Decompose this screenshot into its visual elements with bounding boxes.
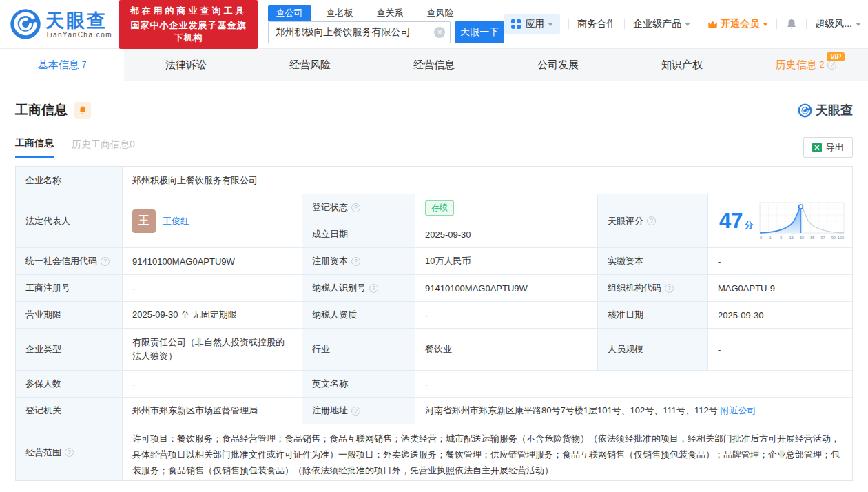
search-button[interactable]: 天眼一下 (455, 21, 504, 43)
search-tab-boss[interactable]: 查老板 (318, 5, 362, 21)
question-circle-icon[interactable]: ? (369, 284, 378, 293)
tianyancha-swirl-icon (798, 103, 812, 118)
slogan-badge: 都在用的商业查询工具 国家中小企业发展子基金旗下机构 (119, 0, 257, 49)
logo-brand: 天眼查 (45, 10, 112, 31)
approval-date-value: 2025-09-30 (708, 302, 852, 329)
status-badge: 存续 (425, 200, 454, 216)
score-marker (799, 205, 803, 209)
question-circle-icon[interactable]: ? (647, 216, 656, 225)
svg-text:3: 3 (780, 236, 782, 240)
search-tab-risk[interactable]: 查风险 (419, 5, 462, 21)
nearby-companies-link[interactable]: 附近公司 (720, 404, 756, 417)
caret-down-icon (685, 23, 690, 26)
field-label: 天眼评分? (598, 194, 708, 248)
tab-count: 7 (82, 60, 87, 70)
logo-domain: TianYanCha.com (45, 31, 112, 39)
search-area: 查公司 查老板 查关系 查风险 × 天眼一下 (268, 5, 505, 43)
field-label: 法定代表人 (16, 194, 123, 248)
reg-authority-value: 郑州市郑东新区市场监督管理局 (123, 398, 302, 424)
tab-intellectual-property[interactable]: 知识产权 (620, 49, 744, 81)
tianyancha-swirl-icon (10, 8, 41, 40)
subscribe-bell-icon[interactable] (74, 102, 91, 119)
taxpayer-id-value: 91410100MAG0APTU9W (415, 275, 598, 302)
tab-basic-info[interactable]: 基本信息7 (0, 49, 124, 81)
paid-capital-value: - (708, 248, 852, 275)
field-label: 企业类型 (16, 329, 123, 371)
watermark-logo: 天眼查 (798, 102, 853, 119)
tab-company-development[interactable]: 公司发展 (496, 49, 620, 81)
caret-down-icon (856, 23, 861, 26)
subtab-business-info[interactable]: 工商信息 (15, 137, 54, 158)
subtab-history-business-info[interactable]: 历史工商信息0 (72, 139, 135, 158)
company-nav-tabs: 基本信息7 法律诉讼 经营风险 经营信息 公司发展 知识产权 VIP 历史信息 … (0, 49, 868, 81)
legal-rep-cell: 王 王俊红 (123, 194, 302, 248)
search-tabs: 查公司 查老板 查关系 查风险 (268, 5, 505, 21)
svg-text:100: 100 (838, 236, 844, 240)
search-input[interactable] (268, 21, 451, 43)
nav-apps-label: 应用 (525, 18, 544, 30)
question-circle-icon[interactable]: ? (665, 284, 674, 293)
caret-down-icon (763, 23, 768, 26)
business-term-value: 2025-09-30 至 无固定期限 (123, 302, 302, 329)
nav-apps[interactable]: 应用 (504, 14, 560, 34)
crown-icon (707, 20, 718, 29)
tab-legal-proceedings[interactable]: 法律诉讼 (124, 49, 248, 81)
svg-text:0: 0 (760, 236, 762, 240)
notification-bell-icon[interactable] (785, 18, 798, 30)
field-label: 统一社会信用代码? (16, 248, 123, 275)
field-label: 经营范围? (16, 424, 123, 480)
field-label: 组织机构代码? (598, 275, 708, 302)
company-type-value: 有限责任公司（非自然人投资或控股的法人独资） (123, 329, 302, 371)
top-nav: 应用 商务合作 企业级产品 开通会员 超级风... (504, 14, 861, 34)
main-content: 工商信息 天眼查 工商信息 历史工商信息0 导出 企业名称 郑州积极向上餐饮服务… (0, 101, 868, 481)
tab-history-info[interactable]: VIP 历史信息 2 ? (744, 49, 868, 81)
question-circle-icon[interactable]: ? (351, 203, 360, 212)
avatar[interactable]: 王 (132, 209, 156, 233)
top-header: 天眼查 TianYanCha.com 都在用的商业查询工具 国家中小企业发展子基… (0, 0, 868, 49)
export-button[interactable]: 导出 (803, 137, 853, 158)
caret-down-icon (548, 23, 553, 26)
tianyancha-logo[interactable]: 天眼查 TianYanCha.com (10, 8, 112, 40)
question-circle-icon[interactable]: ? (101, 257, 110, 266)
excel-icon (812, 143, 822, 152)
field-label: 登记机关 (16, 398, 123, 424)
page-title: 工商信息 (15, 101, 68, 119)
tab-operational-risk[interactable]: 经营风险 (248, 49, 372, 81)
slogan-line2: 国家中小企业发展子基金旗下机构 (126, 19, 250, 44)
nav-open-vip[interactable]: 开通会员 (707, 18, 768, 30)
field-label: 注册资本? (302, 248, 415, 275)
taxpayer-quality-value: - (415, 302, 598, 329)
question-circle-icon[interactable]: ? (351, 257, 360, 266)
watermark-text: 天眼查 (816, 102, 853, 119)
nav-cooperation[interactable]: 商务合作 (577, 18, 616, 30)
score-distribution-chart: 0 1 3 15 50 85 97 99 100 (757, 200, 847, 243)
vip-badge: VIP (827, 52, 845, 61)
business-info-table: 企业名称 郑州积极向上餐饮服务有限公司 法定代表人 王 王俊红 登记状态? 存续… (15, 166, 853, 481)
tab-business-info[interactable]: 经营信息 (372, 49, 496, 81)
search-tab-company[interactable]: 查公司 (268, 5, 311, 21)
nav-super-risk[interactable]: 超级风... (815, 18, 861, 30)
question-circle-icon[interactable]: ? (65, 448, 74, 457)
field-label: 营业期限 (16, 302, 123, 329)
question-circle-icon[interactable]: ? (827, 61, 836, 70)
field-label: 注册地址? (302, 398, 415, 424)
svg-text:50: 50 (800, 236, 804, 240)
field-label: 企业名称 (16, 167, 123, 194)
svg-text:1: 1 (769, 236, 772, 240)
nav-super-risk-label: 超级风... (815, 18, 852, 30)
svg-text:99: 99 (831, 236, 836, 240)
reg-capital-value: 10万人民币 (415, 248, 598, 275)
field-label: 参保人数 (16, 371, 123, 398)
slogan-line1: 都在用的商业查询工具 (126, 5, 250, 17)
field-label: 纳税人资质 (302, 302, 415, 329)
nav-enterprise[interactable]: 企业级产品 (633, 18, 690, 30)
grid-icon (511, 19, 521, 29)
field-label: 成立日期 (302, 221, 415, 248)
question-circle-icon[interactable]: ? (351, 407, 360, 416)
nav-enterprise-label: 企业级产品 (633, 18, 681, 30)
legal-rep-link[interactable]: 王俊红 (163, 215, 189, 227)
field-label: 核准日期 (598, 302, 708, 329)
field-label: 登记状态? (302, 194, 415, 221)
search-tab-relation[interactable]: 查关系 (369, 5, 412, 21)
svg-text:85: 85 (810, 236, 814, 240)
